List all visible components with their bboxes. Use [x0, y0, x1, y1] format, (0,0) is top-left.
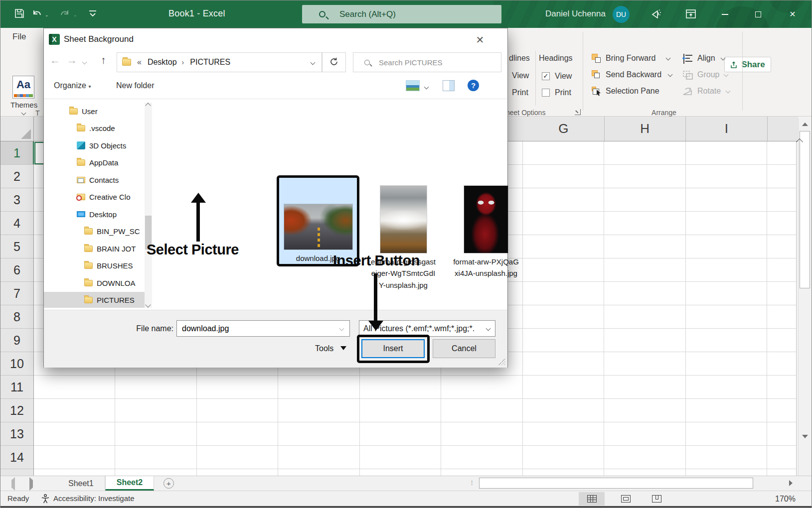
- file-name-combo[interactable]: [176, 320, 350, 337]
- row-header-14[interactable]: 14: [0, 446, 33, 469]
- view-options-chevron-icon[interactable]: [424, 85, 429, 90]
- scroll-up-icon[interactable]: [145, 103, 151, 108]
- add-sheet-button[interactable]: +: [163, 478, 174, 489]
- row-header-13[interactable]: 13: [0, 422, 33, 446]
- send-backward-button[interactable]: Send Backward: [606, 70, 661, 79]
- chevron-down-icon[interactable]: [666, 56, 671, 61]
- dialog-search-input[interactable]: [378, 58, 487, 67]
- chevron-down-icon[interactable]: [724, 72, 729, 77]
- zoom-level[interactable]: 170%: [775, 495, 796, 504]
- breadcrumb-desktop[interactable]: Desktop: [148, 58, 177, 67]
- tree-item-downloa[interactable]: DOWNLOA: [44, 274, 145, 292]
- forward-icon[interactable]: →: [67, 54, 77, 66]
- tree-scrollbar[interactable]: [145, 103, 152, 308]
- headings-view-label[interactable]: View: [555, 72, 572, 81]
- new-folder-button[interactable]: New folder: [116, 81, 154, 90]
- feedback-megaphone-icon[interactable]: [650, 7, 663, 20]
- maximize-button[interactable]: [747, 0, 770, 28]
- chevron-down-icon[interactable]: [339, 326, 344, 331]
- row-header-2[interactable]: 2: [0, 165, 33, 188]
- status-accessibility[interactable]: Accessibility: Investigate: [53, 494, 135, 503]
- tree-item-brain-jot[interactable]: BRAIN JOT: [44, 240, 145, 257]
- scroll-down-icon[interactable]: [145, 302, 151, 307]
- share-button[interactable]: Share: [724, 57, 771, 72]
- rotate-button[interactable]: Rotate: [697, 87, 721, 96]
- redo-icon[interactable]: [58, 7, 71, 20]
- tree-item-brushes[interactable]: BRUSHES: [44, 257, 145, 275]
- file-tile-format-arw-p[interactable]: format-arw-PXjQaGxi4JA-unsplash.jpg: [452, 180, 520, 279]
- row-header-11[interactable]: 11: [0, 376, 33, 399]
- gridlines-view-label[interactable]: View: [512, 71, 529, 80]
- nav-history-chevron-icon[interactable]: [82, 60, 87, 65]
- dialog-search[interactable]: [353, 52, 501, 72]
- refresh-button[interactable]: [322, 52, 346, 72]
- row-header-4[interactable]: 4: [0, 212, 33, 235]
- thumbnail-view-icon[interactable]: [406, 80, 420, 91]
- tools-dropdown[interactable]: Tools: [315, 344, 346, 353]
- row-header-6[interactable]: 6: [0, 258, 33, 282]
- up-icon[interactable]: ↑: [101, 54, 106, 66]
- row-header-8[interactable]: 8: [0, 305, 33, 329]
- redo-dropdown-icon[interactable]: ⌄: [73, 12, 77, 17]
- row-header-10[interactable]: 10: [0, 352, 33, 376]
- column-header-g[interactable]: G: [523, 117, 605, 141]
- tab-file[interactable]: File: [12, 32, 26, 42]
- horizontal-scroll-thumb[interactable]: [479, 478, 753, 489]
- tree-item-contacts[interactable]: Contacts: [44, 171, 145, 189]
- column-header-i[interactable]: I: [686, 117, 768, 141]
- accessibility-icon[interactable]: [40, 494, 50, 505]
- titlebar-search[interactable]: Search (Alt+Q): [302, 5, 501, 23]
- undo-dropdown-icon[interactable]: ⌄: [45, 12, 49, 17]
- column-header-h[interactable]: H: [605, 117, 686, 141]
- dialog-close-icon[interactable]: ✕: [473, 32, 487, 47]
- view-page-break-button[interactable]: [644, 492, 669, 506]
- view-normal-button[interactable]: [579, 492, 605, 506]
- tree-item-bin-pw-sc[interactable]: BIN_PW_SC: [44, 223, 145, 241]
- undo-icon[interactable]: [30, 7, 43, 20]
- chevron-down-icon[interactable]: [726, 89, 731, 94]
- breadcrumb-pictures[interactable]: PICTURES: [190, 58, 230, 67]
- headings-print-label[interactable]: Print: [555, 88, 571, 97]
- close-button[interactable]: ✕: [781, 0, 804, 28]
- breadcrumb[interactable]: « Desktop › PICTURES: [117, 52, 322, 72]
- align-button[interactable]: Align: [697, 54, 715, 63]
- tab-nav-right-icon[interactable]: [29, 480, 33, 488]
- tree-item-user[interactable]: User: [44, 103, 145, 120]
- gridlines-print-label[interactable]: Print: [512, 88, 528, 97]
- row-header-7[interactable]: 7: [0, 282, 33, 305]
- row-header-12[interactable]: 12: [0, 399, 33, 422]
- group-button[interactable]: Group: [697, 70, 719, 79]
- tab-sheet2[interactable]: Sheet2: [105, 476, 154, 491]
- help-button[interactable]: ?: [468, 80, 479, 91]
- row-header-9[interactable]: 9: [0, 329, 33, 352]
- file-name-input[interactable]: [181, 324, 330, 334]
- tree-item-appdata[interactable]: AppData: [44, 154, 145, 172]
- preview-pane-icon[interactable]: [443, 80, 455, 91]
- row-header-5[interactable]: 5: [0, 235, 33, 258]
- selection-pane-button[interactable]: Selection Pane: [606, 87, 659, 96]
- bring-forward-button[interactable]: Bring Forward: [606, 54, 655, 63]
- chevron-down-icon[interactable]: [668, 72, 673, 77]
- minimize-button[interactable]: [713, 0, 736, 28]
- sheet-options-launcher-icon[interactable]: [575, 109, 581, 115]
- ribbon-display-options-icon[interactable]: [684, 7, 697, 20]
- row-header-1[interactable]: 1: [0, 141, 33, 165]
- breadcrumb-prefix[interactable]: «: [137, 58, 142, 67]
- cancel-button[interactable]: Cancel: [433, 339, 495, 358]
- select-all-corner[interactable]: [0, 117, 34, 141]
- breadcrumb-dropdown-icon[interactable]: [311, 60, 316, 65]
- scroll-right-icon[interactable]: [784, 478, 797, 489]
- tree-item-creative-clo[interactable]: Creative Clo: [44, 189, 145, 206]
- organize-menu[interactable]: Organize ▾: [54, 81, 91, 90]
- tab-nav-left-icon[interactable]: [11, 480, 15, 488]
- avatar[interactable]: DU: [613, 6, 630, 23]
- tree-item-pictures[interactable]: PICTURES: [44, 292, 145, 308]
- view-page-layout-button[interactable]: [613, 492, 639, 506]
- tree-item-3d-objects[interactable]: 3D Objects: [44, 137, 145, 154]
- save-icon[interactable]: [13, 7, 26, 20]
- scroll-down-icon[interactable]: [799, 430, 812, 443]
- tree-item-vscode[interactable]: .vscode: [44, 120, 145, 137]
- headings-print-checkbox[interactable]: [542, 89, 550, 97]
- scroll-up-icon[interactable]: [799, 118, 812, 130]
- tab-sheet1[interactable]: Sheet1: [57, 476, 105, 491]
